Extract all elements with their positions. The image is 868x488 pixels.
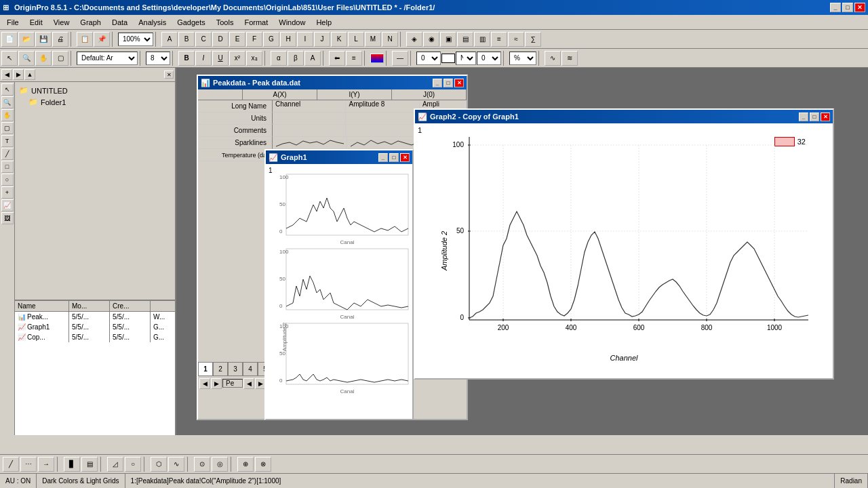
tree-root[interactable]: 📁 UNTITLED (18, 85, 172, 96)
menu-graph[interactable]: Graph (75, 17, 106, 28)
beta-btn[interactable]: β (288, 51, 304, 66)
tb-extra6[interactable]: ≡ (491, 32, 507, 47)
zoom-in-btn[interactable]: 🔍 (18, 51, 35, 66)
new-btn[interactable]: 📄 (1, 32, 18, 47)
zoom-select[interactable]: 100% 75% 150% (118, 33, 153, 46)
tb-btn-e[interactable]: E (229, 32, 245, 47)
menu-edit[interactable]: Edit (24, 17, 48, 28)
menu-gadgets[interactable]: Gadgets (172, 17, 211, 28)
tb-extra3[interactable]: ▣ (440, 32, 456, 47)
tb-extra7[interactable]: ≈ (508, 32, 524, 47)
tab-1[interactable]: 1 (198, 362, 213, 375)
graph1-close[interactable]: ✕ (400, 153, 410, 162)
peakdata-title-btns[interactable]: _ □ ✕ (433, 79, 464, 87)
tab-4[interactable]: 4 (243, 362, 258, 375)
tb-extra2[interactable]: ◉ (423, 32, 439, 47)
cell-sparkline-iy[interactable] (347, 137, 422, 148)
vert-circle[interactable]: ○ (1, 174, 14, 186)
graph2-minimize[interactable]: _ (799, 113, 808, 121)
tb-btn-g[interactable]: G (263, 32, 279, 47)
alpha-btn[interactable]: α (271, 51, 287, 66)
vert-zoom[interactable]: 🔍 (1, 96, 14, 108)
line-width-select[interactable]: 0 1 2 (416, 52, 441, 65)
graph2-title-btns[interactable]: _ □ ✕ (799, 113, 830, 121)
tb-extra4[interactable]: ▤ (457, 32, 473, 47)
graph2-close[interactable]: ✕ (821, 113, 830, 121)
menu-view[interactable]: View (48, 17, 75, 28)
tab-2[interactable]: 2 (213, 362, 228, 375)
menu-help[interactable]: Help (311, 17, 337, 28)
panel-close-btn[interactable]: ✕ (164, 70, 174, 79)
line-style-btn[interactable]: — (392, 51, 408, 66)
nav-next[interactable]: ▶ (211, 378, 222, 389)
draw-dotted-btn[interactable]: ⋯ (20, 457, 37, 472)
tb-btn-l[interactable]: L (348, 32, 364, 47)
menu-file[interactable]: File (1, 17, 24, 28)
tb-btn-d[interactable]: D (212, 32, 229, 47)
cell-comments-ax[interactable] (273, 125, 346, 136)
tb-btn-c[interactable]: C (195, 32, 212, 47)
menu-tools[interactable]: Tools (211, 17, 239, 28)
menu-window[interactable]: Window (273, 17, 311, 28)
title-bar-controls[interactable]: _ □ ✕ (830, 3, 865, 12)
left-nav-up[interactable]: ▲ (24, 69, 35, 80)
gauge-btn[interactable]: ⊙ (194, 457, 210, 472)
italic-btn[interactable]: I (195, 51, 212, 66)
graph2-titlebar[interactable]: 📈 Graph2 - Copy of Graph1 _ □ ✕ (415, 110, 833, 123)
cell-comments-iy[interactable] (346, 125, 419, 136)
menu-analysis[interactable]: Analysis (133, 17, 172, 28)
draw-bar-btn[interactable]: ▊ (64, 457, 80, 472)
tb-extra1[interactable]: ◈ (406, 32, 422, 47)
text-color-btn[interactable]: A (304, 51, 321, 66)
copy-btn[interactable]: 📋 (77, 32, 93, 47)
underline-btn[interactable]: U (212, 51, 229, 66)
menu-format[interactable]: Format (239, 17, 273, 28)
n-select[interactable]: N (456, 52, 476, 65)
tb-btn-a[interactable]: A (161, 32, 178, 47)
gauge2-btn[interactable]: ◎ (212, 457, 228, 472)
draw-wave-btn[interactable]: ∿ (168, 457, 184, 472)
save-btn[interactable]: 💾 (35, 32, 52, 47)
cursor-btn[interactable]: ↖ (1, 51, 18, 66)
cell-longname-ax[interactable]: Channel (273, 100, 346, 112)
cell-sparkline-ax[interactable] (273, 137, 347, 148)
vert-text[interactable]: T (1, 135, 14, 147)
paste-btn[interactable]: 📌 (94, 32, 110, 47)
tab-3[interactable]: 3 (228, 362, 243, 375)
minimize-btn[interactable]: _ (830, 3, 841, 12)
vert-select[interactable]: ▢ (1, 122, 14, 134)
cell-units-iy[interactable] (346, 113, 419, 124)
vert-rect[interactable]: □ (1, 161, 14, 173)
tb-btn-n[interactable]: N (382, 32, 398, 47)
graph1-titlebar[interactable]: 📈 Graph1 _ □ ✕ (266, 150, 412, 164)
draw-arrow-btn[interactable]: → (38, 457, 54, 472)
graph2-maximize[interactable]: □ (810, 113, 819, 121)
draw-area-btn[interactable]: ◿ (107, 457, 123, 472)
font-size-select[interactable]: 8 10 12 (146, 52, 170, 65)
peakdata-close[interactable]: ✕ (454, 79, 464, 87)
peakdata-minimize[interactable]: _ (433, 79, 442, 87)
menu-data[interactable]: Data (106, 17, 133, 28)
select-btn[interactable]: ▢ (52, 51, 68, 66)
file-row-2[interactable]: 📈Graph1 5/5/... 5/5/... G... (15, 322, 175, 332)
vert-pan[interactable]: ✋ (1, 109, 14, 121)
extra-btn2[interactable]: ⊗ (255, 457, 271, 472)
extra-btn1[interactable]: ⊕ (237, 457, 254, 472)
tb-extra8[interactable]: ∑ (525, 32, 541, 47)
vert-plus[interactable]: + (1, 186, 14, 199)
tb-btn-f[interactable]: F (246, 32, 262, 47)
nav-label[interactable]: Pe (222, 379, 243, 388)
peakdata-titlebar[interactable]: 📊 Peakdata - Peak data.dat _ □ ✕ (198, 76, 467, 89)
cell-units-ax[interactable] (273, 113, 346, 124)
vert-arrow[interactable]: ↖ (1, 83, 14, 96)
subscript-btn[interactable]: x₂ (246, 51, 262, 66)
font-select[interactable]: Default: Ar (77, 52, 138, 65)
close-btn[interactable]: ✕ (854, 3, 865, 12)
maximize-btn[interactable]: □ (842, 3, 853, 12)
align-left[interactable]: ⬅ (329, 51, 345, 66)
open-btn[interactable]: 📂 (18, 32, 35, 47)
graph1-title-btns[interactable]: _ □ ✕ (378, 153, 410, 162)
tb-btn-j[interactable]: J (314, 32, 330, 47)
pan-btn[interactable]: ✋ (35, 51, 52, 66)
print-btn[interactable]: 🖨 (52, 32, 68, 47)
